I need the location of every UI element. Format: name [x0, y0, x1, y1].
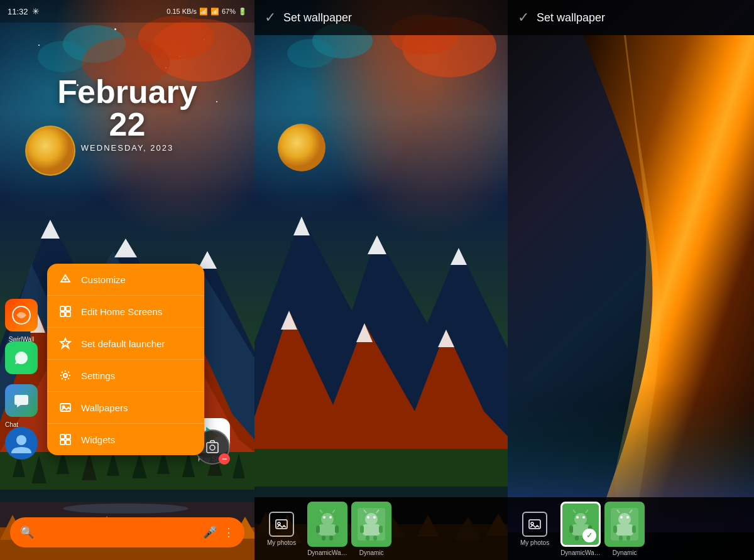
time-display: 11:32 — [8, 7, 28, 16]
svg-rect-134 — [626, 536, 630, 541]
wallpapers-label: Wallpapers — [81, 402, 128, 413]
svg-rect-133 — [619, 536, 623, 541]
svg-rect-48 — [60, 306, 65, 311]
svg-rect-95 — [335, 525, 339, 533]
wifi-icon: 📶 — [199, 8, 208, 16]
menu-edit-home[interactable]: Edit Home Screens — [47, 296, 204, 328]
date-display: February 22 WEDNESDAY, 2023 — [57, 75, 197, 153]
date-day: February 22 — [57, 75, 197, 141]
svg-rect-106 — [379, 525, 383, 533]
settings-icon — [58, 369, 72, 382]
my-photos-label-2: My photos — [267, 539, 296, 546]
svg-point-90 — [323, 516, 325, 519]
svg-marker-9 — [41, 220, 60, 239]
status-bar: 11:32 ✳ 0.15 KB/s 📶 📶 67% 🔋 — [0, 0, 254, 23]
customize-label: Customize — [81, 274, 126, 285]
svg-rect-107 — [366, 536, 369, 541]
svg-rect-50 — [60, 312, 65, 316]
thumb-android-2-3[interactable]: Dynamic — [604, 502, 645, 556]
svg-rect-126 — [616, 524, 633, 536]
svg-point-47 — [64, 278, 67, 281]
thumb-strip-2: My photos DynamicWallpap. — [254, 497, 508, 560]
thumb-android-1-3[interactable]: ✓ DynamicWallpap... — [560, 502, 601, 556]
panel-1: 11:32 ✳ 0.15 KB/s 📶 📶 67% 🔋 February 22 … — [0, 0, 254, 560]
wallpapers-icon — [58, 401, 72, 414]
thumb-strip-3: My photos ✓ Dynam — [508, 497, 754, 560]
svg-rect-56 — [66, 434, 70, 439]
panel-2: ✓ Set wallpaper My photos — [254, 0, 508, 560]
svg-rect-94 — [316, 525, 320, 533]
status-right: 0.15 KB/s 📶 📶 67% 🔋 — [167, 8, 247, 16]
my-photos-label-3: My photos — [520, 539, 549, 546]
chat-icon[interactable] — [5, 384, 38, 417]
wp-title-3: Set wallpaper — [537, 11, 605, 24]
wp-title-2: Set wallpaper — [283, 11, 352, 24]
svg-point-91 — [329, 516, 332, 519]
check-icon-2[interactable]: ✓ — [265, 9, 276, 26]
panel-3: ✓ Set wallpaper My photos — [508, 0, 754, 560]
battery-icon: 🔋 — [238, 8, 247, 16]
svg-point-60 — [210, 445, 215, 450]
contacts-icon[interactable] — [5, 427, 38, 460]
android-thumb-img-2-2 — [351, 502, 391, 547]
thumb-android-2-2[interactable]: Dynamic — [351, 502, 391, 556]
svg-rect-108 — [373, 536, 377, 541]
menu-widgets[interactable]: Widgets — [47, 424, 204, 455]
thumb-label-2-3: Dynamic — [613, 549, 637, 556]
svg-marker-67 — [293, 217, 310, 235]
menu-default-launcher[interactable]: Set default launcher — [47, 328, 204, 360]
menu-settings[interactable]: Settings — [47, 360, 204, 392]
svg-marker-44 — [17, 405, 21, 407]
android-thumb-img-1-2 — [307, 502, 347, 547]
status-left: 11:32 ✳ — [8, 6, 40, 16]
search-icon: 🔍 — [20, 525, 34, 539]
svg-point-46 — [16, 435, 26, 445]
menu-customize[interactable]: Customize — [47, 264, 204, 296]
svg-rect-96 — [322, 536, 325, 541]
network-speed: 0.15 KB/s — [167, 8, 197, 15]
svg-point-125 — [618, 513, 631, 525]
glow-container — [508, 0, 754, 560]
svg-point-128 — [626, 516, 629, 519]
more-options-icon[interactable]: ⋮ — [223, 525, 234, 539]
my-photos-btn-2[interactable]: My photos — [260, 507, 303, 551]
mountain-svg-2 — [254, 0, 508, 560]
svg-rect-55 — [60, 434, 65, 439]
widgets-label: Widgets — [81, 434, 115, 445]
svg-point-52 — [63, 374, 67, 377]
svg-point-3 — [38, 41, 88, 72]
edit-home-label: Edit Home Screens — [81, 306, 162, 317]
svg-rect-57 — [60, 440, 65, 444]
svg-rect-131 — [613, 525, 617, 533]
svg-rect-89 — [319, 524, 336, 536]
microphone-icon[interactable]: 🎤 — [203, 525, 217, 539]
whatsapp-icon[interactable] — [5, 342, 38, 374]
svg-point-99 — [365, 513, 378, 525]
selected-check: ✓ — [582, 529, 596, 542]
widgets-icon — [58, 433, 72, 446]
context-menu: Customize Edit Home Screens Set default … — [47, 264, 204, 455]
my-photos-btn-3[interactable]: My photos — [513, 507, 557, 551]
svg-point-65 — [278, 124, 325, 171]
check-icon-3[interactable]: ✓ — [518, 9, 529, 26]
menu-wallpapers[interactable]: Wallpapers — [47, 392, 204, 424]
photos-icon-3 — [522, 512, 547, 537]
svg-rect-100 — [363, 524, 380, 536]
svg-rect-43 — [14, 395, 28, 405]
photos-icon-2 — [269, 512, 294, 537]
search-bar[interactable]: 🔍 🎤 ⋮ — [10, 517, 244, 547]
svg-marker-10 — [114, 239, 137, 257]
default-launcher-icon — [58, 337, 72, 350]
wp-header-3: ✓ Set wallpaper — [508, 0, 754, 35]
customize-icon — [58, 272, 72, 286]
thumb-android-1-2[interactable]: DynamicWallpap... — [307, 502, 347, 556]
glow-svg — [508, 35, 754, 532]
svg-rect-120 — [569, 525, 573, 533]
camera-badge: − — [219, 453, 230, 465]
date-weekday: WEDNESDAY, 2023 — [57, 143, 197, 153]
svg-point-101 — [367, 516, 369, 519]
swirl-wall-icon[interactable]: SwirlWall — [5, 299, 38, 331]
thumb-label-2-2: Dynamic — [359, 549, 384, 556]
svg-rect-105 — [360, 525, 364, 533]
svg-rect-49 — [66, 306, 70, 311]
